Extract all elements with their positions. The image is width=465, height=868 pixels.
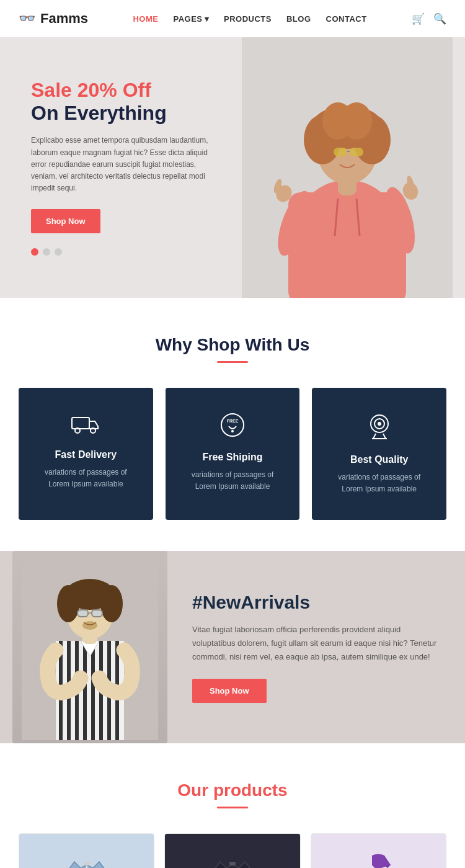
nav-blog[interactable]: BLOG xyxy=(286,14,311,24)
products-header: Our products xyxy=(19,781,446,808)
svg-point-26 xyxy=(231,430,234,432)
hero-shop-button[interactable]: Shop Now xyxy=(31,209,100,233)
hero-description: Explicabo esse amet tempora quibusdam la… xyxy=(31,135,217,194)
logo[interactable]: 👓 Famms xyxy=(19,11,88,27)
hero-dot-2[interactable] xyxy=(43,248,50,256)
hero-dot-3[interactable] xyxy=(55,248,62,256)
hero-sale-text: Sale 20% Off xyxy=(31,79,434,101)
products-title: Our products xyxy=(19,781,446,800)
hero-content: Sale 20% Off On Everything Explicabo ess… xyxy=(0,79,465,256)
svg-rect-39 xyxy=(91,641,95,740)
svg-rect-54 xyxy=(229,862,236,866)
arrivals-figure xyxy=(12,551,167,743)
why-title: Why Shop With Us xyxy=(19,335,446,355)
quality-icon xyxy=(330,413,428,445)
product-image-2 xyxy=(165,834,299,868)
arrivals-shop-button[interactable]: Shop Now xyxy=(192,679,267,703)
nav-products[interactable]: PRODUCTS xyxy=(224,14,272,24)
feature-delivery: Fast Delivery variations of passages of … xyxy=(19,388,153,520)
product-card-3[interactable]: Women's Dress $68 xyxy=(311,833,446,868)
quality-title: Best Quality xyxy=(330,454,428,465)
product-card-1[interactable]: Men's Shirt $75 xyxy=(19,833,154,868)
nav-contact[interactable]: CONTACT xyxy=(326,14,367,24)
feature-shipping: FREE Free Shiping variations of passages… xyxy=(166,388,300,520)
product-image-1 xyxy=(19,834,154,868)
nav-links: HOME PAGES ▾ PRODUCTS BLOG CONTACT xyxy=(133,14,366,24)
svg-point-24 xyxy=(221,414,244,436)
shipping-icon: FREE xyxy=(184,413,281,443)
products-section: Our products Men's Shirt $75 xyxy=(0,743,465,868)
nav-actions: 🛒 🔍 xyxy=(412,12,446,25)
shipping-title: Free Shiping xyxy=(184,452,281,463)
logo-text: Famms xyxy=(40,11,88,27)
products-grid: Men's Shirt $75 Men's Shirt $80 xyxy=(19,833,446,868)
quality-desc: variations of passages of Lorem Ipsum av… xyxy=(330,472,428,495)
svg-rect-48 xyxy=(78,610,88,617)
svg-point-51 xyxy=(82,621,97,630)
nav-home[interactable]: HOME xyxy=(133,14,158,24)
svg-rect-21 xyxy=(72,418,89,429)
delivery-desc: variations of passages of Lorem Ipsum av… xyxy=(37,467,135,490)
hero-dot-1[interactable] xyxy=(31,248,38,256)
delivery-icon xyxy=(37,413,135,441)
shipping-desc: variations of passages of Lorem Ipsum av… xyxy=(184,469,281,493)
hero-carousel-dots xyxy=(31,248,434,256)
arrivals-content: #NewArrivals Vitae fugiat laboriosam off… xyxy=(180,567,465,728)
arrivals-model-image xyxy=(0,551,180,743)
svg-line-31 xyxy=(383,434,386,439)
why-underline xyxy=(217,361,248,363)
svg-point-46 xyxy=(57,585,79,622)
why-section: Why Shop With Us Fast Delivery variation… xyxy=(0,298,465,551)
delivery-title: Fast Delivery xyxy=(37,449,135,460)
arrivals-title: #NewArrivals xyxy=(192,592,440,613)
products-underline xyxy=(217,807,248,808)
svg-rect-49 xyxy=(92,610,102,617)
chevron-down-icon: ▾ xyxy=(205,14,210,24)
product-image-3 xyxy=(311,834,446,868)
svg-point-29 xyxy=(378,422,381,426)
arrivals-section: #NewArrivals Vitae fugiat laboriosam off… xyxy=(0,551,465,743)
nav-pages[interactable]: PAGES ▾ xyxy=(173,14,209,24)
svg-rect-52 xyxy=(84,862,90,866)
svg-rect-38 xyxy=(83,641,87,740)
arrivals-description: Vitae fugiat laboriosam officia perferen… xyxy=(192,623,440,664)
svg-text:FREE: FREE xyxy=(227,419,239,423)
cart-icon[interactable]: 🛒 xyxy=(412,12,425,25)
logo-icon: 👓 xyxy=(19,11,35,27)
feature-quality: Best Quality variations of passages of L… xyxy=(312,388,446,520)
svg-point-47 xyxy=(100,585,123,622)
search-icon[interactable]: 🔍 xyxy=(433,12,446,25)
hero-title: On Everything xyxy=(31,101,434,125)
svg-line-30 xyxy=(373,434,376,439)
navbar: 👓 Famms HOME PAGES ▾ PRODUCTS BLOG CONTA… xyxy=(0,0,465,37)
features-grid: Fast Delivery variations of passages of … xyxy=(19,388,446,520)
hero-section: Sale 20% Off On Everything Explicabo ess… xyxy=(0,37,465,298)
product-card-2[interactable]: Men's Shirt $80 xyxy=(164,833,300,868)
